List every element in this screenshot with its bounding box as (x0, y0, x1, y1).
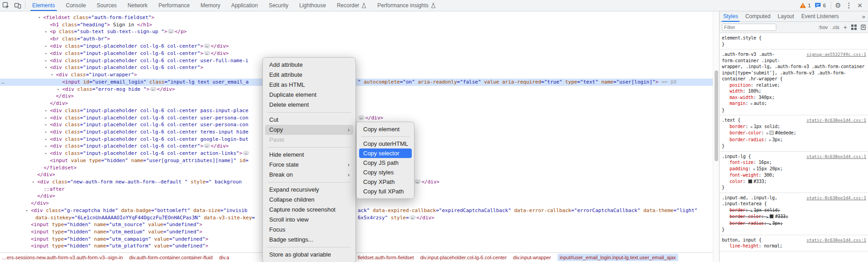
elements-scrollbar[interactable] (713, 11, 719, 262)
tab-console[interactable]: Console (60, 0, 91, 11)
computed-styles-icon[interactable] (861, 25, 866, 30)
menu-item-cut[interactable]: Cut (265, 115, 353, 125)
css-property-border[interactable]: border: ▶1px solid; (722, 207, 866, 214)
menu-item-force-state[interactable]: Force state› (265, 160, 353, 170)
menu-item-copy-styles[interactable]: Copy styles (359, 168, 412, 177)
tab-performance[interactable]: Performance (153, 0, 195, 11)
expand-inline-ellipsis[interactable]: … (168, 29, 174, 34)
expand-inline-ellipsis[interactable]: … (204, 51, 210, 55)
expand-shorthand-icon[interactable]: ▶ (753, 167, 755, 171)
color-swatch[interactable] (769, 214, 774, 218)
css-rule[interactable]: static-0c638ee1d4.css:1button, input {li… (720, 235, 868, 252)
expand-inline-ellipsis[interactable]: … (204, 44, 210, 48)
menu-item-expand-recursively[interactable]: Expand recursively (265, 185, 353, 195)
menu-item-edit-as-html[interactable]: Edit as HTML (265, 80, 353, 90)
expand-shorthand-icon[interactable]: ▶ (769, 222, 771, 226)
css-property-font-weight[interactable]: font-weight: 300; (722, 172, 866, 178)
close-devtools-icon[interactable]: × (854, 1, 865, 10)
css-property-width[interactable]: width: 100%; (722, 88, 866, 94)
css-property-max-width[interactable]: max-width: 340px; (722, 94, 866, 101)
dom-row[interactable]: </div> (0, 100, 713, 107)
tab-security[interactable]: Security (263, 0, 294, 11)
expand-arrow-icon[interactable]: ▸ (45, 114, 47, 122)
expand-inline-ellipsis[interactable]: … (150, 87, 156, 91)
css-rule[interactable]: static-0c638ee1d4.css:1.input-lg {font-s… (720, 152, 868, 193)
dom-row[interactable]: <input type="hidden" name="utm_medium" v… (0, 228, 713, 236)
expand-arrow-icon[interactable]: ▸ (45, 143, 47, 150)
element-style-section[interactable]: element.style {} (720, 33, 868, 49)
menu-item-hide-element[interactable]: Hide element (265, 150, 353, 160)
sidebar-tab-computed[interactable]: Computed (742, 11, 774, 22)
dom-row[interactable]: ▸<div class="error-msg hide ">…</div> (0, 86, 713, 93)
dom-row[interactable]: ▾<fieldset class="auth-form-fieldset"> (0, 14, 713, 21)
expand-arrow-icon[interactable]: ▸ (57, 86, 59, 93)
messages-count[interactable]: 6 (823, 3, 826, 8)
css-property-margin[interactable]: margin: ▶auto; (722, 100, 866, 107)
menu-item-collapse-children[interactable]: Collapse children (265, 195, 353, 205)
row-ellipsis-gutter[interactable]: … (1, 79, 5, 86)
expand-inline-ellipsis[interactable]: … (414, 179, 421, 184)
tab-sources[interactable]: Sources (91, 0, 122, 11)
menu-item-break-on[interactable]: Break on› (265, 170, 353, 180)
css-property-color[interactable]: color: #333; (722, 178, 866, 185)
styles-filter-input[interactable] (722, 24, 776, 31)
warning-icon[interactable] (799, 2, 806, 9)
toggle-element-state-button[interactable]: :hov (819, 25, 828, 30)
dom-row[interactable]: data-sitekey="6Le1cnUnAAAAAOIoYYqF44Dgcz… (0, 214, 713, 222)
scrollbar-thumb[interactable] (715, 70, 718, 161)
expand-shorthand-icon[interactable]: ▶ (767, 215, 769, 219)
sidebar-tab-layout[interactable]: Layout (774, 11, 798, 22)
expand-arrow-icon[interactable]: ▸ (32, 178, 35, 186)
settings-gear-icon[interactable]: ⚙ (833, 1, 843, 10)
breadcrumb-item[interactable]: …ers-sessions-new.auth-form-v3.auth-form… (2, 255, 123, 260)
color-swatch[interactable] (748, 179, 752, 183)
css-property-padding[interactable]: padding: ▶15px 20px; (722, 166, 866, 173)
stylesheet-link[interactable]: static-0c638ee1d4.css:1 (806, 117, 866, 124)
tab-network[interactable]: Network (122, 0, 153, 11)
stylesheet-link[interactable]: static-0c638ee1d4.css:1 (806, 195, 866, 201)
dom-row[interactable]: ▸<div class="input-placeholder col-lg-6 … (0, 107, 713, 114)
warning-count[interactable]: 1 (808, 3, 811, 8)
expand-arrow-icon[interactable]: ▸ (45, 107, 47, 114)
css-rule[interactable]: static-0c638ee1d4.css:1.text {border: ▶1… (720, 115, 868, 152)
menu-item-badge-settings[interactable]: Badge settings... (265, 235, 353, 245)
menu-item-edit-attribute[interactable]: Edit attribute (265, 70, 353, 80)
expand-shorthand-icon[interactable]: ▶ (767, 131, 769, 135)
expand-arrow-icon[interactable]: ▸ (45, 50, 47, 57)
expand-inline-ellipsis[interactable]: … (204, 143, 210, 148)
css-property-border-radius[interactable]: border-radius: ▶3px; (722, 220, 866, 227)
dom-row[interactable]: <input type="hidden" name="utm_platform"… (0, 242, 713, 250)
tab-elements[interactable]: Elements (27, 0, 60, 11)
css-property-font-size[interactable]: font-size: 16px; (722, 159, 866, 166)
breadcrumb-item[interactable]: div.input-placeholder.col-lg-6.col-cente… (420, 255, 507, 260)
menu-item-capture-node-screenshot[interactable]: Capture node screenshot (265, 205, 353, 215)
sidebar-tab-event-listeners[interactable]: Event Listeners (798, 11, 843, 22)
expand-arrow-icon[interactable]: ▸ (45, 43, 47, 50)
inspect-element-icon[interactable] (0, 0, 12, 11)
expand-shorthand-icon[interactable]: ▶ (769, 138, 771, 142)
menu-item-copy-selector[interactable]: Copy selector (359, 148, 412, 158)
grid-overlay-icon[interactable] (851, 25, 857, 30)
collapse-arrow-icon[interactable]: ▾ (45, 64, 47, 71)
css-property-border-color[interactable]: border-color: ▶#dedede; (722, 130, 866, 137)
css-property-border-color[interactable]: border-color: ▶#333; (722, 213, 866, 220)
expand-shorthand-icon[interactable]: ▶ (751, 102, 753, 106)
collapse-arrow-icon[interactable]: ▾ (51, 71, 53, 79)
breadcrumb-item[interactable]: fieldset.auth-form-fieldset (358, 255, 414, 260)
tab-application[interactable]: Application (226, 0, 263, 11)
menu-item-duplicate-element[interactable]: Duplicate element (265, 90, 353, 100)
dom-row[interactable]: </div> (0, 93, 713, 100)
messages-icon[interactable] (814, 2, 821, 9)
css-property-border-radius[interactable]: border-radius: ▶3px; (722, 137, 866, 143)
tab-recorder[interactable]: Recorder (331, 0, 372, 11)
menu-item-copy-outerhtml[interactable]: Copy outerHTML (359, 139, 412, 148)
expand-arrow-icon[interactable]: ▸ (45, 129, 47, 136)
breadcrumb-item[interactable]: div.auth-form-container.container-fluid (129, 255, 213, 260)
new-style-rule-button[interactable]: + (843, 24, 847, 31)
css-rule[interactable]: signup-ae5532749c.css:1.auth-form-v3 .au… (720, 49, 868, 115)
breadcrumb-item-selected[interactable]: input#user_email_login.input-lg.text.use… (557, 254, 678, 261)
dom-row[interactable]: ▸<div class="input-placeholder col-lg-6 … (0, 114, 713, 122)
expand-arrow-icon[interactable]: ▸ (45, 57, 47, 64)
tab-performance-insights[interactable]: Performance insights (372, 0, 441, 11)
expand-inline-ellipsis[interactable]: … (409, 215, 416, 220)
